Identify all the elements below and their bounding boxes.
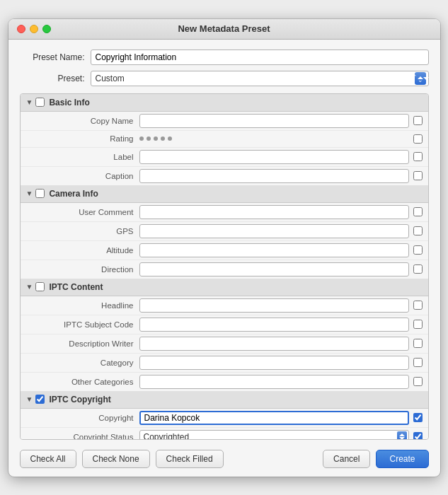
section-checkbox-basic-info[interactable] [35, 98, 45, 107]
preset-row: Preset: Custom [20, 71, 429, 86]
field-row-rating: Rating [21, 131, 428, 148]
field-checkbox-caption[interactable] [413, 171, 423, 180]
field-row-label: Label [21, 148, 428, 167]
section-camera-info: ▼ Camera Info User Comment GPS [21, 185, 428, 279]
field-checkbox-gps[interactable] [413, 226, 423, 235]
field-row-iptc-subject-code: IPTC Subject Code [21, 315, 428, 334]
field-row-user-comment: User Comment [21, 203, 428, 222]
field-label-direction: Direction [26, 265, 139, 274]
section-body-camera-info: User Comment GPS Altitude [21, 203, 428, 279]
field-checkbox-direction[interactable] [413, 264, 423, 274]
field-input-gps[interactable] [139, 224, 409, 238]
check-none-button[interactable]: Check None [82, 450, 150, 468]
field-label-copyright: Copyright [26, 414, 139, 422]
section-toggle-basic-info: ▼ [26, 98, 33, 106]
minimize-button[interactable] [30, 25, 38, 33]
maximize-button[interactable] [42, 25, 51, 33]
field-row-headline: Headline [21, 296, 428, 315]
window-title: New Metadata Preset [178, 23, 270, 34]
section-toggle-iptc-content: ▼ [26, 283, 33, 291]
field-row-direction: Direction [21, 260, 428, 279]
rating-dots [139, 136, 409, 141]
section-iptc-content: ▼ IPTC Content Headline IPTC Subject Cod… [21, 279, 428, 391]
field-row-description-writer: Description Writer [21, 334, 428, 354]
field-select-copyright-status[interactable]: Copyrighted Public Domain Unknown [139, 430, 409, 440]
field-label-user-comment: User Comment [26, 208, 139, 216]
field-row-copy-name: Copy Name [21, 112, 428, 131]
field-input-copy-name[interactable] [139, 114, 409, 128]
field-row-gps: GPS [21, 222, 428, 241]
preset-name-row: Preset Name: [20, 50, 429, 65]
field-input-copyright[interactable] [139, 411, 409, 425]
preset-select-wrapper: Custom [91, 71, 429, 86]
field-checkbox-rating[interactable] [413, 134, 423, 144]
field-input-description-writer[interactable] [139, 337, 409, 351]
preset-label: Preset: [20, 74, 91, 83]
field-label-gps: GPS [26, 227, 139, 235]
copyright-status-select-wrapper: Copyrighted Public Domain Unknown [139, 430, 409, 440]
section-header-iptc-content[interactable]: ▼ IPTC Content [21, 279, 428, 296]
field-row-copyright: Copyright [21, 409, 428, 428]
preset-name-input[interactable] [91, 50, 429, 65]
cancel-button[interactable]: Cancel [323, 450, 370, 468]
field-checkbox-copyright[interactable] [413, 413, 423, 422]
field-input-user-comment[interactable] [139, 205, 409, 219]
field-input-other-categories[interactable] [139, 375, 409, 389]
rating-dot-3 [154, 136, 158, 141]
field-checkbox-category[interactable] [413, 358, 423, 367]
rating-dot-2 [147, 136, 151, 141]
section-basic-info: ▼ Basic Info Copy Name Rating [21, 94, 428, 185]
field-row-copyright-status: Copyright Status Copyrighted Public Doma… [21, 428, 428, 440]
titlebar: New Metadata Preset [8, 19, 440, 40]
bottom-bar: Check All Check None Check Filled Cancel… [20, 447, 429, 468]
section-header-camera-info[interactable]: ▼ Camera Info [21, 185, 428, 203]
content-area: Preset Name: Preset: Custom ▼ [8, 40, 440, 477]
section-title-camera-info: Camera Info [49, 189, 98, 199]
field-label-copy-name: Copy Name [26, 117, 139, 125]
create-button[interactable]: Create [376, 450, 428, 468]
check-filled-button[interactable]: Check Filled [156, 450, 224, 468]
field-checkbox-user-comment[interactable] [413, 207, 423, 216]
field-label-category: Category [26, 359, 139, 367]
field-input-direction[interactable] [139, 262, 409, 276]
section-checkbox-iptc-content[interactable] [35, 282, 45, 291]
field-checkbox-copy-name[interactable] [413, 116, 423, 125]
field-input-headline[interactable] [139, 298, 409, 313]
section-header-iptc-copyright[interactable]: ▼ IPTC Copyright [21, 391, 428, 409]
rating-dot-1 [139, 136, 144, 141]
section-checkbox-camera-info[interactable] [35, 189, 45, 198]
section-body-basic-info: Copy Name Rating [21, 112, 428, 185]
section-toggle-camera-info: ▼ [26, 190, 33, 197]
field-checkbox-description-writer[interactable] [413, 339, 423, 348]
field-input-iptc-subject-code[interactable] [139, 318, 409, 332]
window: New Metadata Preset Preset Name: Preset:… [8, 19, 440, 477]
section-checkbox-iptc-copyright[interactable] [35, 395, 45, 404]
field-checkbox-other-categories[interactable] [413, 377, 423, 386]
field-checkbox-label[interactable] [413, 152, 423, 161]
field-row-other-categories: Other Categories [21, 373, 428, 391]
field-row-caption: Caption [21, 167, 428, 185]
section-body-iptc-content: Headline IPTC Subject Code Description W… [21, 296, 428, 391]
field-input-category[interactable] [139, 356, 409, 370]
section-iptc-copyright: ▼ IPTC Copyright Copyright Copyright Sta… [21, 391, 428, 440]
field-input-label[interactable] [139, 150, 409, 164]
field-checkbox-altitude[interactable] [413, 245, 423, 255]
close-button[interactable] [17, 25, 25, 33]
field-checkbox-copyright-status[interactable] [413, 432, 423, 440]
field-label-label: Label [26, 153, 139, 161]
field-row-altitude: Altitude [21, 241, 428, 260]
preset-select[interactable]: Custom [91, 71, 429, 86]
section-title-iptc-copyright: IPTC Copyright [49, 395, 110, 404]
section-header-basic-info[interactable]: ▼ Basic Info [21, 94, 428, 112]
section-body-iptc-copyright: Copyright Copyright Status Copyrighted P… [21, 409, 428, 440]
field-input-caption[interactable] [139, 169, 409, 183]
field-checkbox-headline[interactable] [413, 301, 423, 310]
rating-dot-5 [168, 136, 172, 141]
check-all-button[interactable]: Check All [20, 450, 76, 468]
scroll-area[interactable]: ▼ Basic Info Copy Name Rating [20, 93, 429, 440]
field-label-other-categories: Other Categories [26, 378, 139, 386]
field-checkbox-iptc-subject-code[interactable] [413, 320, 423, 329]
traffic-lights [17, 25, 51, 33]
field-input-altitude[interactable] [139, 243, 409, 257]
section-title-iptc-content: IPTC Content [49, 282, 103, 292]
